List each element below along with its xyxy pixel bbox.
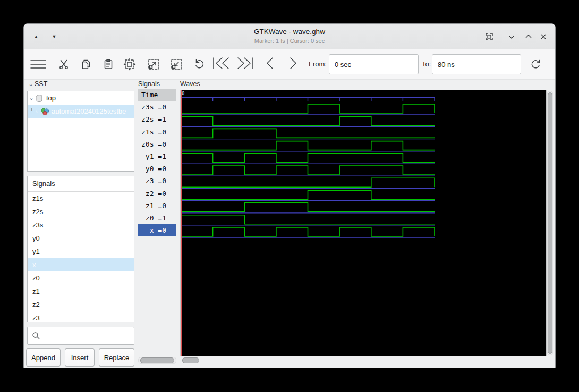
go-end-icon[interactable]: [234, 54, 256, 72]
gtkwave-window: ▲ ▼ GTKWave - wave.ghw Marker: 1 fs | Cu…: [23, 23, 556, 368]
module-icon: [40, 107, 49, 116]
close-icon[interactable]: [537, 30, 550, 43]
replace-button-label: Replace: [104, 354, 130, 362]
tree-item-label: automat20240125testbe: [52, 107, 126, 115]
fit-window-icon[interactable]: [483, 30, 496, 43]
next-edge-icon[interactable]: [284, 54, 302, 72]
value-row-y1[interactable]: y1 =1: [138, 150, 176, 163]
value-row-z2s[interactable]: z2s =1: [138, 113, 176, 125]
from-input[interactable]: [329, 54, 419, 74]
wave-trace-z1: [181, 203, 435, 212]
value-row-z0[interactable]: z0 =1: [138, 212, 176, 224]
signal-list-item-z1[interactable]: z1: [28, 285, 134, 298]
sst-expander[interactable]: ⌄ SST: [27, 80, 47, 88]
cut-icon[interactable]: [55, 55, 73, 73]
signal-list-item-z2s[interactable]: z2s: [28, 205, 134, 218]
zoom-out-icon[interactable]: [167, 55, 185, 73]
waves-header: Waves: [180, 80, 200, 88]
wave-trace-z1s: [181, 129, 435, 138]
value-row-y0[interactable]: y0 =0: [138, 163, 176, 175]
waves-vscrollbar[interactable]: [547, 91, 553, 355]
wave-trace-z3: [181, 178, 435, 187]
search-input[interactable]: [27, 327, 134, 345]
waves-hscrollbar-thumb[interactable]: [182, 357, 199, 363]
wave-trace-x: [181, 227, 435, 236]
screen: ▲ ▼ GTKWave - wave.ghw Marker: 1 fs | Cu…: [0, 0, 579, 392]
wave-trace-z0s: [181, 141, 435, 150]
sst-header-label: SST: [35, 80, 47, 88]
waves-vscrollbar-thumb[interactable]: [548, 92, 552, 354]
timeline-origin-label: 0: [182, 91, 184, 96]
tree-item-top[interactable]: ⌄top: [28, 91, 134, 105]
waves-frame: Waves: [180, 80, 553, 88]
time-header[interactable]: Time: [138, 89, 176, 101]
value-row-z1[interactable]: z1 =0: [138, 200, 176, 212]
append-button-label: Append: [31, 354, 55, 362]
value-row-z3[interactable]: z3 =0: [138, 175, 176, 187]
values-hscrollbar[interactable]: [138, 357, 176, 364]
wave-trace-y1: [181, 154, 435, 163]
prev-edge-icon[interactable]: [261, 54, 279, 72]
wave-trace-z2s: [181, 116, 435, 125]
pane-divider[interactable]: [137, 80, 137, 365]
signal-list-item-y1[interactable]: y1: [28, 245, 134, 258]
value-row-z2[interactable]: z2 =0: [138, 188, 176, 200]
value-row-z1s[interactable]: z1s =0: [138, 126, 176, 138]
signal-list-item-z0[interactable]: z0: [28, 271, 134, 285]
tree-item-label: top: [46, 94, 56, 102]
toolbar: From: To:: [24, 49, 555, 80]
minimize-icon[interactable]: [505, 30, 518, 43]
values-hscrollbar-thumb[interactable]: [140, 357, 174, 363]
waves-hscrollbar[interactable]: [180, 357, 547, 365]
chevron-down-icon[interactable]: ⌄: [28, 95, 35, 101]
signal-list-item-y0[interactable]: y0: [28, 232, 134, 245]
chevron-right-icon[interactable]: ›: [33, 108, 40, 115]
value-row-x[interactable]: x =0: [138, 224, 176, 236]
chevron-down-icon: ⌄: [27, 81, 35, 88]
value-row-z0s[interactable]: z0s =0: [138, 138, 176, 150]
signal-list-item-x[interactable]: x: [28, 258, 134, 271]
to-label: To:: [422, 60, 431, 68]
titlebar: ▲ ▼ GTKWave - wave.ghw Marker: 1 fs | Cu…: [24, 24, 555, 50]
paste-icon[interactable]: [99, 55, 117, 73]
tree-guide: [31, 108, 32, 115]
to-input[interactable]: [432, 54, 521, 74]
append-button[interactable]: Append: [26, 348, 61, 367]
signal-search-panel: Signals z1sz2sz3sy0y1xz0z1z2z3: [27, 176, 134, 322]
sst-tree: ⌄top›automat20240125testbe: [27, 91, 134, 172]
database-icon: [35, 94, 44, 103]
copy-icon[interactable]: [77, 55, 95, 73]
signals-list-header: Signals: [28, 176, 134, 192]
insert-button[interactable]: Insert: [65, 348, 95, 367]
undo-icon[interactable]: [190, 55, 208, 73]
values-list: Timez3s =0z2s =1z1s =0z0s =0 y1 =1 y0 =0…: [138, 89, 176, 236]
maximize-icon[interactable]: [522, 30, 535, 43]
wave-trace-z2: [181, 190, 435, 199]
signal-list-item-z1s[interactable]: z1s: [28, 192, 134, 205]
signal-list-item-z3s[interactable]: z3s: [28, 218, 134, 232]
value-row-z3s[interactable]: z3s =0: [138, 101, 176, 113]
values-panel-header: Signals: [138, 80, 160, 88]
window-status: Marker: 1 fs | Cursor: 0 sec: [24, 38, 555, 44]
zoom-fit-icon[interactable]: [121, 55, 139, 73]
tree-item-automat20240125testbe[interactable]: ›automat20240125testbe: [28, 105, 134, 118]
signal-list-item-z2[interactable]: z2: [28, 298, 134, 311]
search-icon: [32, 331, 40, 340]
zoom-in-icon[interactable]: [144, 55, 163, 73]
replace-button[interactable]: Replace: [99, 348, 134, 367]
menu-icon[interactable]: [29, 55, 47, 73]
values-panel-frame: Signals: [138, 80, 176, 88]
go-start-icon[interactable]: [211, 54, 232, 72]
pane-divider[interactable]: [177, 80, 177, 365]
wave-canvas[interactable]: 0: [180, 90, 547, 356]
window-title: GTKWave - wave.ghw: [24, 28, 555, 36]
signal-list-item-z3[interactable]: z3: [28, 311, 134, 325]
wave-trace-y0: [181, 166, 435, 175]
wave-trace-z0: [181, 215, 435, 224]
reload-icon[interactable]: [526, 55, 544, 73]
insert-button-label: Insert: [71, 354, 89, 362]
wave-trace-z3s: [181, 104, 435, 113]
from-label: From:: [309, 60, 327, 68]
